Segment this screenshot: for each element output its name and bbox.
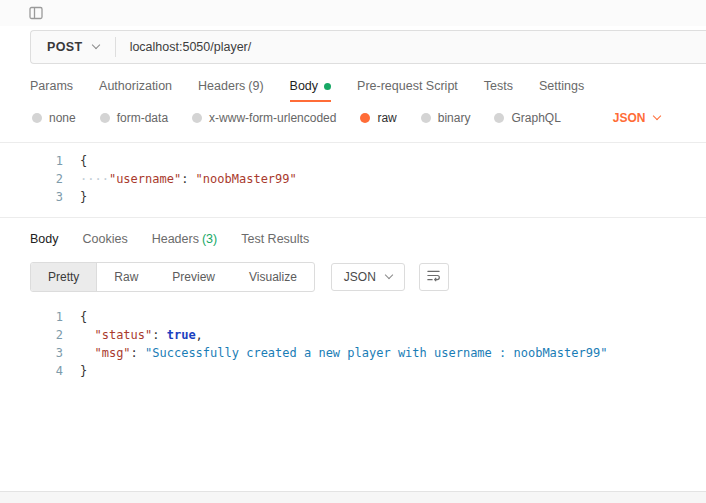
tab-label: Headers (198, 79, 245, 93)
code-line: 3 "msg": "Successfully created a new pla… (0, 344, 706, 362)
radio-label: x-www-form-urlencoded (209, 111, 336, 125)
radio-icon (100, 113, 110, 123)
view-tab-label: Pretty (48, 270, 79, 284)
radio-icon (32, 113, 42, 123)
request-tabs: Params Authorization Headers (9) Body Pr… (30, 79, 706, 102)
method-dropdown[interactable]: POST (31, 40, 115, 54)
radio-label: form-data (117, 111, 168, 125)
view-tab-label: Raw (114, 270, 138, 284)
line-number: 3 (0, 344, 63, 362)
response-tab-body[interactable]: Body (30, 232, 59, 250)
view-tab-raw[interactable]: Raw (97, 263, 155, 291)
view-tab-pretty[interactable]: Pretty (31, 263, 97, 291)
code-line: 2····"username": "noobMaster99" (0, 170, 706, 188)
language-label: JSON (613, 111, 646, 125)
code-line: 4} (0, 362, 706, 380)
language-label: JSON (344, 270, 376, 284)
tab-label: Settings (539, 79, 584, 93)
line-number: 4 (0, 362, 63, 380)
code-line: 1{ (0, 308, 706, 326)
tab-body[interactable]: Body (290, 79, 332, 102)
request-body-editor[interactable]: 1{2····"username": "noobMaster99"3} (0, 142, 706, 218)
radio-binary[interactable]: binary (421, 111, 471, 125)
body-modified-dot (324, 83, 331, 90)
method-label: POST (47, 40, 83, 54)
chevron-down-icon (91, 41, 99, 49)
radio-icon (421, 113, 431, 123)
view-tab-label: Visualize (249, 270, 297, 284)
line-number: 2 (0, 170, 63, 188)
tab-headers[interactable]: Headers (9) (198, 79, 264, 102)
response-toolbar: Pretty Raw Preview Visualize JSON (30, 262, 706, 292)
tab-label: Body (30, 232, 59, 246)
response-tabs: Body Cookies Headers (3) Test Results (30, 232, 706, 250)
radio-form-data[interactable]: form-data (100, 111, 168, 125)
headers-count: (3) (202, 232, 217, 246)
sidebar-layout-icon[interactable] (28, 5, 44, 21)
tab-label: Test Results (241, 232, 309, 246)
radio-graphql[interactable]: GraphQL (494, 111, 560, 125)
response-tab-headers[interactable]: Headers (3) (152, 232, 218, 250)
body-type-row: none form-data x-www-form-urlencoded raw… (32, 111, 706, 125)
radio-none[interactable]: none (32, 111, 76, 125)
line-number: 2 (0, 326, 63, 344)
response-tab-test-results[interactable]: Test Results (241, 232, 309, 250)
postman-request-view: POST localhost:5050/player/ Params Autho… (0, 0, 706, 503)
code-line: 2 "status": true, (0, 326, 706, 344)
radio-label: GraphQL (511, 111, 560, 125)
code-line: 3} (0, 188, 706, 206)
view-tab-visualize[interactable]: Visualize (232, 263, 314, 291)
tab-settings[interactable]: Settings (539, 79, 584, 102)
tab-tests[interactable]: Tests (484, 79, 513, 102)
topbar (0, 0, 706, 26)
headers-count: (9) (248, 79, 263, 93)
response-tab-cookies[interactable]: Cookies (83, 232, 128, 250)
tab-pre-request-script[interactable]: Pre-request Script (357, 79, 458, 102)
tab-label: Tests (484, 79, 513, 93)
view-tab-label: Preview (172, 270, 215, 284)
request-language-dropdown[interactable]: JSON (613, 111, 660, 125)
response-body-viewer[interactable]: 1{2 "status": true,3 "msg": "Successfull… (0, 308, 706, 380)
tab-authorization[interactable]: Authorization (99, 79, 172, 102)
request-url-row: POST localhost:5050/player/ (30, 30, 706, 64)
radio-icon (494, 113, 504, 123)
url-input[interactable]: localhost:5050/player/ (116, 40, 252, 54)
tab-label: Cookies (83, 232, 128, 246)
response-language-dropdown[interactable]: JSON (331, 263, 405, 291)
radio-selected-icon (360, 113, 370, 123)
tab-label: Headers (152, 232, 199, 246)
view-tab-preview[interactable]: Preview (155, 263, 232, 291)
radio-x-www-form-urlencoded[interactable]: x-www-form-urlencoded (192, 111, 336, 125)
line-number: 1 (0, 152, 63, 170)
code-line: 1{ (0, 152, 706, 170)
tab-label: Params (30, 79, 73, 93)
radio-label: raw (377, 111, 396, 125)
line-number: 3 (0, 188, 63, 206)
active-tab-underline (290, 100, 332, 102)
radio-icon (192, 113, 202, 123)
wrap-text-button[interactable] (419, 263, 449, 291)
chevron-down-icon (652, 112, 660, 120)
tab-label: Authorization (99, 79, 172, 93)
tab-label: Pre-request Script (357, 79, 458, 93)
status-bar (0, 491, 706, 503)
wrap-text-icon (426, 268, 441, 287)
radio-label: none (49, 111, 76, 125)
radio-label: binary (438, 111, 471, 125)
tab-label: Body (290, 79, 319, 93)
chevron-down-icon (385, 271, 393, 279)
line-number: 1 (0, 308, 63, 326)
tab-params[interactable]: Params (30, 79, 73, 102)
response-view-switcher: Pretty Raw Preview Visualize (30, 262, 315, 292)
radio-raw[interactable]: raw (360, 111, 396, 125)
url-bar: POST localhost:5050/player/ (30, 30, 706, 64)
